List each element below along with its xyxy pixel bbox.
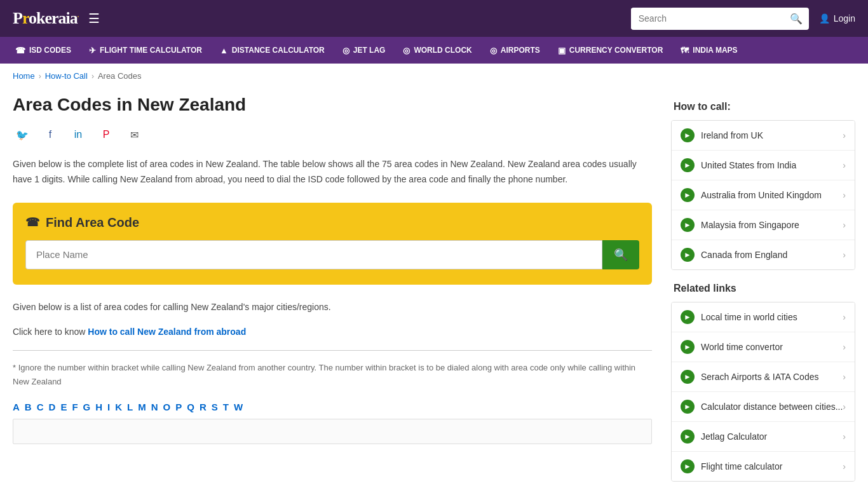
- clock-icon: ◎: [403, 46, 410, 55]
- twitter-icon[interactable]: 🐦: [13, 125, 32, 144]
- alpha-link-n[interactable]: N: [151, 402, 158, 412]
- alpha-link-m[interactable]: M: [138, 402, 146, 412]
- alpha-link-l[interactable]: L: [127, 402, 133, 412]
- nav-item-flight[interactable]: ✈ FLIGHT TIME CALCULATOR: [80, 37, 211, 64]
- how-to-call-item[interactable]: ► Malaysia from Singapore ›: [672, 210, 855, 240]
- nav-item-jetlag[interactable]: ◎ JET LAG: [334, 37, 395, 64]
- find-area-code-box: ☎ Find Area Code 🔍: [13, 203, 652, 285]
- nav-item-isd[interactable]: ☎ ISD CODES: [6, 37, 80, 64]
- nav-item-airports[interactable]: ◎ AIRPORTS: [481, 37, 549, 64]
- social-icons: 🐦 f in P ✉: [13, 125, 652, 144]
- alpha-link-k[interactable]: K: [115, 402, 122, 412]
- logo[interactable]: Prokeraia.: [13, 9, 78, 28]
- sidebar-item-left: ► Calculator distance between cities...: [681, 400, 843, 414]
- alpha-link-t[interactable]: T: [223, 402, 229, 412]
- green-circle-icon: ►: [681, 400, 695, 414]
- breadcrumb-sep2: ›: [92, 72, 94, 81]
- alpha-links: ABCDEFGHIKLMNOPQRSTW: [13, 402, 652, 412]
- green-circle-icon: ►: [681, 370, 695, 384]
- green-circle-icon: ►: [681, 340, 695, 354]
- nav-item-distance[interactable]: ▲ DISTANCE CALCULATOR: [211, 37, 334, 64]
- related-link-item[interactable]: ► Flight time calculator ›: [672, 452, 855, 481]
- chevron-right-icon: ›: [843, 402, 846, 412]
- find-area-code-title: ☎ Find Area Code: [25, 215, 639, 230]
- phone-icon: ☎: [15, 46, 25, 55]
- alpha-link-q[interactable]: Q: [187, 402, 194, 412]
- alpha-link-c[interactable]: C: [37, 402, 44, 412]
- nav-item-worldclock[interactable]: ◎ WORLD CLOCK: [394, 37, 480, 64]
- sidebar-item-text: Canada from England: [701, 250, 787, 260]
- related-link-item[interactable]: ► Serach Airports & IATA Codes ›: [672, 362, 855, 392]
- how-to-call-item[interactable]: ► United States from India ›: [672, 151, 855, 180]
- nav-item-india-maps[interactable]: 🗺 INDIA MAPS: [672, 37, 746, 64]
- map-icon: 🗺: [681, 46, 689, 55]
- alpha-link-w[interactable]: W: [234, 402, 243, 412]
- find-area-code-button[interactable]: 🔍: [602, 240, 639, 269]
- sidebar-item-left: ► Serach Airports & IATA Codes: [681, 370, 818, 384]
- distance-icon: ▲: [220, 46, 228, 55]
- alpha-link-f[interactable]: F: [72, 402, 78, 412]
- sidebar-item-text: Malaysia from Singapore: [701, 220, 799, 230]
- description1: Given below is the complete list of area…: [13, 157, 652, 187]
- green-circle-icon: ►: [681, 459, 695, 473]
- alpha-link-i[interactable]: I: [107, 402, 110, 412]
- main-nav: ☎ ISD CODES ✈ FLIGHT TIME CALCULATOR ▲ D…: [0, 37, 868, 64]
- related-link-item[interactable]: ► Calculator distance between cities... …: [672, 392, 855, 422]
- chevron-right-icon: ›: [843, 130, 846, 140]
- related-link-item[interactable]: ► Jetlag Calculator ›: [672, 422, 855, 452]
- hamburger-icon[interactable]: ☰: [88, 11, 100, 26]
- breadcrumb-home[interactable]: Home: [13, 71, 35, 81]
- find-phone-icon: ☎: [25, 215, 39, 229]
- sidebar-item-left: ► World time convertor: [681, 340, 783, 354]
- alpha-link-s[interactable]: S: [212, 402, 218, 412]
- related-link-item[interactable]: ► World time convertor ›: [672, 332, 855, 362]
- user-icon: 👤: [819, 13, 830, 24]
- alpha-link-d[interactable]: D: [49, 402, 56, 412]
- search-input[interactable]: [631, 8, 783, 29]
- green-circle-icon: ►: [681, 430, 695, 444]
- sidebar-item-text: United States from India: [701, 160, 796, 170]
- how-to-call-list: ► Ireland from UK › ► United States from…: [671, 120, 855, 270]
- header: Prokeraia. ☰ 🔍 👤 Login: [0, 0, 868, 37]
- email-icon[interactable]: ✉: [125, 125, 144, 144]
- alpha-link-b[interactable]: B: [25, 402, 32, 412]
- alpha-link-a[interactable]: A: [13, 402, 20, 412]
- nav-item-currency[interactable]: ▣ CURRENCY CONVERTOR: [549, 37, 672, 64]
- alpha-link-p[interactable]: P: [175, 402, 182, 412]
- sidebar-item-text: Australia from United Kingdom: [701, 190, 822, 200]
- place-name-input[interactable]: [25, 240, 602, 269]
- green-circle-icon: ►: [681, 128, 695, 142]
- chevron-right-icon: ›: [843, 342, 846, 352]
- page-title: Area Codes in New Zealand: [13, 95, 652, 115]
- sidebar-item-text: Ireland from UK: [701, 130, 763, 140]
- header-right: 🔍 👤 Login: [631, 8, 855, 30]
- chevron-right-icon: ›: [843, 160, 846, 170]
- link-paragraph: Click here to know How to call New Zeala…: [13, 325, 652, 340]
- how-to-call-link[interactable]: How to call New Zealand from abroad: [88, 327, 246, 337]
- how-to-call-item[interactable]: ► Ireland from UK ›: [672, 121, 855, 151]
- chevron-right-icon: ›: [843, 190, 846, 200]
- sidebar-item-left: ► Jetlag Calculator: [681, 430, 767, 444]
- how-to-call-item[interactable]: ► Australia from United Kingdom ›: [672, 180, 855, 210]
- search-button[interactable]: 🔍: [783, 8, 809, 30]
- alpha-link-o[interactable]: O: [163, 402, 171, 412]
- chevron-right-icon: ›: [843, 220, 846, 230]
- chevron-right-icon: ›: [843, 461, 846, 471]
- related-link-item[interactable]: ► Local time in world cities ›: [672, 302, 855, 332]
- alpha-link-h[interactable]: H: [95, 402, 102, 412]
- related-links-list: ► Local time in world cities › ► World t…: [671, 302, 855, 482]
- breadcrumb-how-to-call[interactable]: How-to Call: [45, 71, 88, 81]
- sidebar-item-left: ► United States from India: [681, 158, 796, 172]
- green-circle-icon: ►: [681, 158, 695, 172]
- login-button[interactable]: 👤 Login: [819, 13, 855, 24]
- chevron-right-icon: ›: [843, 312, 846, 322]
- pinterest-icon[interactable]: P: [97, 125, 116, 144]
- facebook-icon[interactable]: f: [41, 125, 60, 144]
- alpha-link-g[interactable]: G: [83, 402, 91, 412]
- alpha-link-r[interactable]: R: [200, 402, 207, 412]
- alpha-link-e[interactable]: E: [60, 402, 67, 412]
- how-to-call-item[interactable]: ► Canada from England ›: [672, 240, 855, 269]
- linkedin-icon[interactable]: in: [69, 125, 88, 144]
- sidebar-item-left: ► Local time in world cities: [681, 310, 797, 324]
- plane-icon: ✈: [89, 46, 96, 55]
